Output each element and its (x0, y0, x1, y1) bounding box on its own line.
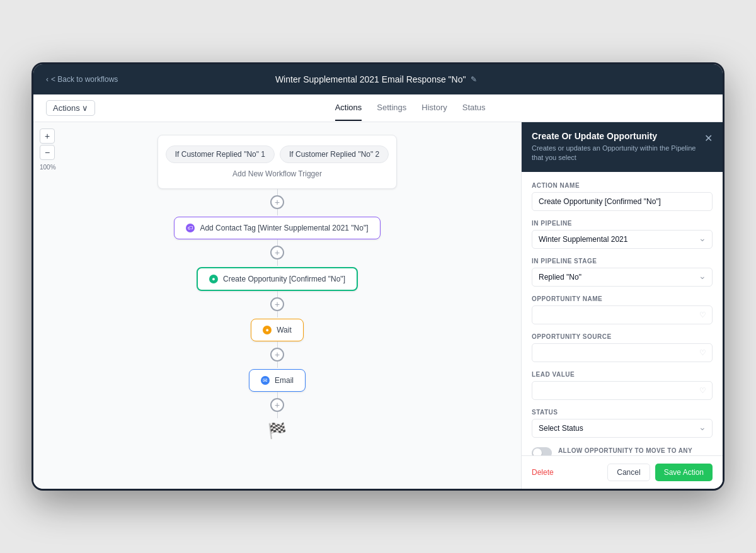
opportunity-source-input[interactable] (532, 343, 713, 362)
tab-settings[interactable]: Settings (377, 95, 406, 121)
tag-node[interactable]: 🏷 Add Contact Tag [Winter Supplemental 2… (174, 217, 380, 239)
opportunity-source-input-wrapper: ♡ (532, 343, 713, 362)
status-select-wrapper: Select Status (532, 419, 713, 438)
add-node-button-4[interactable]: + (270, 348, 284, 362)
connector-line-bottom-2 (277, 259, 278, 266)
opportunity-node-label: Create Opportunity [Confirmed "No"] (223, 275, 345, 283)
opportunity-name-input-wrapper: ♡ (532, 305, 713, 324)
connector-line-top-5 (277, 392, 278, 398)
lead-value-input[interactable] (532, 381, 713, 400)
connector-line-bottom (277, 209, 278, 215)
connector-line-top-2 (277, 239, 278, 246)
action-name-input[interactable] (532, 192, 713, 211)
zoom-in-button[interactable]: + (40, 128, 55, 144)
actions-dropdown[interactable]: Actions ∨ (46, 100, 95, 116)
toggle-previous-stage-row: ALLOW OPPORTUNITY TO MOVE TO ANY PREVIOU… (532, 447, 713, 455)
connector-line-bottom-4 (277, 362, 278, 368)
delete-button[interactable]: Delete (532, 468, 554, 477)
opportunity-source-label: OPPORTUNITY SOURCE (532, 333, 713, 340)
tab-status[interactable]: Status (462, 95, 486, 121)
panel-body: ACTION NAME IN PIPELINE Winter Supplemen… (522, 172, 723, 455)
edit-title-icon[interactable]: ✎ (471, 75, 477, 84)
connector-line-bottom-5 (277, 412, 278, 418)
panel-header: Create Or Update Opportunity Creates or … (522, 122, 723, 172)
tag-node-icon: 🏷 (186, 224, 195, 232)
lead-value-field-group: LEAD VALUE ♡ (532, 371, 713, 400)
workflow-title: Winter Supplemental 2021 Email Response … (275, 74, 478, 84)
connector-line-bottom-3 (277, 311, 278, 317)
zoom-level-label: 100% (40, 164, 56, 171)
opportunity-name-icon: ♡ (699, 311, 706, 319)
connector-1: + (270, 189, 284, 217)
lead-value-label: LEAD VALUE (532, 371, 713, 378)
trigger-box: If Customer Replied "No" 1 If Customer R… (158, 135, 397, 189)
save-action-button[interactable]: Save Action (655, 464, 713, 481)
panel-header-content: Create Or Update Opportunity Creates or … (532, 131, 704, 163)
opportunity-node[interactable]: ● Create Opportunity [Confirmed "No"] (197, 267, 358, 291)
connector-5: + (270, 392, 284, 419)
pipeline-stage-field-group: IN PIPELINE STAGE Replied "No" (532, 258, 713, 287)
add-node-button-1[interactable]: + (270, 195, 284, 209)
connector-3: + (270, 291, 284, 319)
in-pipeline-label: IN PIPELINE (532, 220, 713, 227)
email-node-label: Email (275, 376, 294, 385)
tab-history[interactable]: History (421, 95, 447, 121)
lead-value-input-wrapper: ♡ (532, 381, 713, 400)
canvas-area: + − 100% If Customer Replied "No" 1 If C… (33, 122, 521, 489)
pipeline-stage-select-wrapper: Replied "No" (532, 268, 713, 287)
tab-actions[interactable]: Actions (335, 95, 362, 121)
add-node-button-3[interactable]: + (270, 297, 284, 311)
back-arrow-icon: ‹ (46, 75, 49, 84)
workflow-name: Winter Supplemental 2021 Email Response … (275, 74, 466, 84)
in-pipeline-select[interactable]: Winter Supplemental 2021 (532, 230, 713, 249)
wait-node-label: Wait (277, 326, 292, 334)
opportunity-source-field-group: OPPORTUNITY SOURCE ♡ (532, 333, 713, 362)
trigger-pill-2[interactable]: If Customer Replied "No" 2 (280, 145, 389, 163)
connector-line-top-4 (277, 341, 278, 348)
cancel-button[interactable]: Cancel (607, 464, 650, 481)
right-panel: Create Or Update Opportunity Creates or … (521, 122, 723, 489)
opportunity-name-input[interactable] (532, 305, 713, 324)
add-trigger-button[interactable]: Add New Workflow Trigger (171, 169, 384, 178)
actions-dropdown-label: Actions ∨ (53, 103, 88, 113)
action-name-field-group: ACTION NAME (532, 182, 713, 211)
email-node-icon: ✉ (261, 376, 270, 385)
connector-4: + (270, 341, 284, 369)
status-field-group: STATUS Select Status (532, 409, 713, 438)
trigger-row: If Customer Replied "No" 1 If Customer R… (171, 145, 384, 163)
lead-value-icon: ♡ (699, 386, 706, 395)
email-node[interactable]: ✉ Email (249, 369, 306, 392)
workflow-canvas: If Customer Replied "No" 1 If Customer R… (33, 122, 521, 489)
in-pipeline-field-group: IN PIPELINE Winter Supplemental 2021 (532, 220, 713, 249)
top-bar: ‹ < Back to workflows Winter Supplementa… (33, 64, 723, 94)
finish-flag: 🏁 (268, 422, 287, 440)
zoom-controls: + − 100% (40, 128, 56, 171)
pipeline-stage-select[interactable]: Replied "No" (532, 268, 713, 287)
main-content: + − 100% If Customer Replied "No" 1 If C… (33, 122, 723, 489)
pipeline-stage-label: IN PIPELINE STAGE (532, 258, 713, 265)
tabs-center: Actions Settings History Status (110, 95, 710, 121)
panel-close-button[interactable]: ✕ (704, 132, 713, 144)
opportunity-name-label: OPPORTUNITY NAME (532, 295, 713, 302)
zoom-out-button[interactable]: − (40, 145, 55, 160)
opportunity-name-field-group: OPPORTUNITY NAME ♡ (532, 295, 713, 324)
opportunity-source-icon: ♡ (699, 348, 706, 357)
back-to-workflows-link[interactable]: ‹ < Back to workflows (46, 75, 118, 84)
action-name-label: ACTION NAME (532, 182, 713, 189)
nav-tabs-bar: Actions ∨ Actions Settings History Statu… (33, 94, 723, 122)
toggle-previous-stage[interactable] (532, 447, 552, 455)
connector-2: + (270, 239, 284, 267)
footer-buttons: Cancel Save Action (607, 464, 713, 481)
in-pipeline-select-wrapper: Winter Supplemental 2021 (532, 230, 713, 249)
panel-title: Create Or Update Opportunity (532, 131, 704, 141)
status-label: STATUS (532, 409, 713, 416)
add-node-button-2[interactable]: + (270, 246, 284, 259)
status-select[interactable]: Select Status (532, 419, 713, 438)
opportunity-node-icon: ● (209, 275, 218, 283)
trigger-pill-1[interactable]: If Customer Replied "No" 1 (166, 145, 275, 163)
wait-node-icon: ● (263, 326, 272, 334)
back-label: < Back to workflows (51, 75, 118, 84)
add-node-button-5[interactable]: + (270, 398, 284, 412)
panel-footer: Delete Cancel Save Action (522, 455, 723, 489)
wait-node[interactable]: ● Wait (251, 319, 304, 341)
